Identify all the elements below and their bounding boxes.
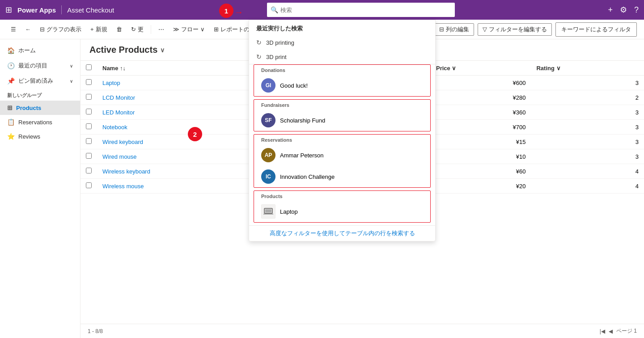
- waffle-icon[interactable]: ⊞: [5, 5, 12, 15]
- row-price-cell: ¥15: [431, 135, 531, 149]
- topbar-actions: + ⚙ ?: [608, 5, 639, 15]
- row-checkbox-cell: [80, 105, 97, 120]
- products-dropdown-label-1: Laptop: [280, 208, 298, 215]
- sidebar-item-home[interactable]: 🏠 ホーム: [0, 43, 80, 58]
- annotation-arrow-1: →: [234, 7, 243, 17]
- refresh-button[interactable]: ↻ 更: [127, 24, 147, 35]
- sidebar-item-reviews[interactable]: ⭐ Reviews: [0, 129, 80, 144]
- donations-header: Donations: [254, 65, 430, 75]
- search-container: 🔍: [267, 3, 455, 17]
- row-checkbox[interactable]: [86, 153, 92, 159]
- row-rating-cell: 3: [531, 135, 644, 149]
- donations-item-1[interactable]: GI Good luck!: [254, 75, 430, 96]
- products-section-dropdown: Products Laptop: [254, 190, 431, 223]
- reservations-label-1: Ammar Peterson: [280, 152, 324, 159]
- report-icon: ⊞: [214, 26, 219, 33]
- row-checkbox-cell: [80, 179, 97, 194]
- pin-icon: 📌: [7, 77, 15, 84]
- row-price-cell: ¥10: [431, 149, 531, 164]
- search-recent-item-1[interactable]: ↻ 3D printing: [249, 35, 435, 50]
- search-recent-header: 最近実行した検索: [249, 20, 435, 35]
- row-price-cell: ¥280: [431, 90, 531, 105]
- flow-button[interactable]: ≫ フロー ∨: [169, 24, 208, 35]
- donations-avatar-1: GI: [261, 78, 275, 93]
- pinned-chevron-icon: ∨: [70, 79, 73, 84]
- row-checkbox-cell: [80, 120, 97, 135]
- title-chevron-icon[interactable]: ∨: [160, 46, 165, 54]
- new-button[interactable]: + 新規: [87, 24, 111, 35]
- help-icon[interactable]: ?: [634, 5, 639, 15]
- toolbar-sep1: [151, 25, 151, 34]
- row-price-cell: ¥700: [431, 120, 531, 135]
- sidebar-item-recent[interactable]: 🕐 最近の項目 ∨: [0, 58, 80, 73]
- home-icon: 🏠: [7, 47, 15, 54]
- row-rating-cell: 3: [531, 120, 644, 135]
- sidebar-item-products[interactable]: ⊞ Products: [0, 101, 80, 115]
- sidebar-reservations-label: Reservations: [18, 119, 52, 126]
- search-recent-label-1: 3D printing: [266, 39, 294, 46]
- row-checkbox[interactable]: [86, 109, 92, 114]
- sidebar-reviews-label: Reviews: [18, 133, 40, 140]
- row-checkbox[interactable]: [86, 138, 92, 144]
- more-button[interactable]: ⋯: [155, 24, 168, 34]
- reservations-section: Reservations AP Ammar Peterson IC Innova…: [254, 134, 431, 188]
- search-dropdown: 最近実行した検索 ↻ 3D printing ↻ 3D print Donati…: [249, 20, 436, 241]
- new-icon: +: [90, 26, 94, 33]
- menu-button[interactable]: ☰: [7, 24, 20, 34]
- new-group-label: 新しいグループ: [0, 89, 80, 101]
- search-icon: 🔍: [271, 6, 278, 13]
- products-dropdown-header: Products: [254, 191, 430, 201]
- reviews-icon: ⭐: [7, 133, 15, 140]
- sidebar-item-reservations[interactable]: 📋 Reservations: [0, 115, 80, 129]
- fundraisers-item-1[interactable]: SF Scholarship Fund: [254, 110, 430, 131]
- chart-button[interactable]: ⊟ グラフの表示: [36, 24, 85, 35]
- app-name: Power Apps: [17, 6, 56, 14]
- laptop-icon: [261, 204, 275, 219]
- keyword-filter-button[interactable]: キーワードによるフィルタ: [555, 22, 637, 37]
- prev-page-icon[interactable]: ◀: [609, 328, 613, 334]
- row-rating-cell: 3: [531, 105, 644, 120]
- row-rating-cell: 3: [531, 76, 644, 90]
- reservations-item-2[interactable]: IC Innovation Challenge: [254, 166, 430, 187]
- row-price-cell: ¥360: [431, 105, 531, 120]
- flow-chevron-icon: ∨: [200, 26, 205, 33]
- fundraisers-header: Fundraisers: [254, 100, 430, 110]
- row-checkbox-cell: [80, 90, 97, 105]
- row-rating-cell: 4: [531, 164, 644, 179]
- recent-chevron-icon: ∨: [70, 63, 73, 68]
- search-input[interactable]: [267, 3, 455, 17]
- price-column-header[interactable]: Price ∨: [431, 61, 531, 76]
- reservations-item-1[interactable]: AP Ammar Peterson: [254, 144, 430, 166]
- edit-filter-button[interactable]: ▽ フィルターを編集する: [478, 23, 552, 36]
- page-nav: |◀ ◀ ページ 1: [600, 327, 637, 335]
- row-checkbox[interactable]: [86, 79, 92, 85]
- sidebar-products-label: Products: [16, 105, 41, 111]
- row-checkbox[interactable]: [86, 123, 92, 129]
- fundraisers-label-1: Scholarship Fund: [280, 117, 325, 124]
- row-checkbox[interactable]: [86, 182, 92, 188]
- first-page-icon[interactable]: |◀: [600, 328, 605, 334]
- row-checkbox[interactable]: [86, 168, 92, 173]
- rating-column-header[interactable]: Rating ∨: [531, 61, 644, 76]
- search-recent-item-2[interactable]: ↻ 3D print: [249, 50, 435, 64]
- plus-icon[interactable]: +: [608, 5, 613, 15]
- sidebar-home-label: ホーム: [18, 46, 36, 55]
- menu-icon: ☰: [11, 26, 16, 33]
- donations-section: Donations GI Good luck!: [254, 64, 431, 97]
- reservations-icon: 📋: [7, 118, 15, 126]
- sidebar-item-pinned[interactable]: 📌 ピン留め済み ∨: [0, 73, 80, 89]
- row-checkbox-cell: [80, 164, 97, 179]
- settings-icon[interactable]: ⚙: [620, 5, 627, 15]
- select-all-checkbox[interactable]: [86, 64, 92, 70]
- delete-button[interactable]: 🗑: [113, 24, 126, 34]
- reservations-avatar-2: IC: [261, 169, 275, 184]
- row-price-cell: ¥20: [431, 179, 531, 194]
- back-button[interactable]: ←: [21, 24, 34, 34]
- products-icon: ⊞: [7, 104, 13, 111]
- sidebar-recent-label: 最近の項目: [18, 62, 47, 70]
- row-checkbox[interactable]: [86, 94, 92, 100]
- columns-button[interactable]: ⊟ 列の編集: [434, 23, 474, 36]
- products-item-1[interactable]: Laptop: [254, 201, 430, 222]
- search-footer[interactable]: 高度なフィルターを使用してテーブル内の行を検索する: [249, 225, 435, 241]
- flow-icon: ≫: [173, 26, 179, 33]
